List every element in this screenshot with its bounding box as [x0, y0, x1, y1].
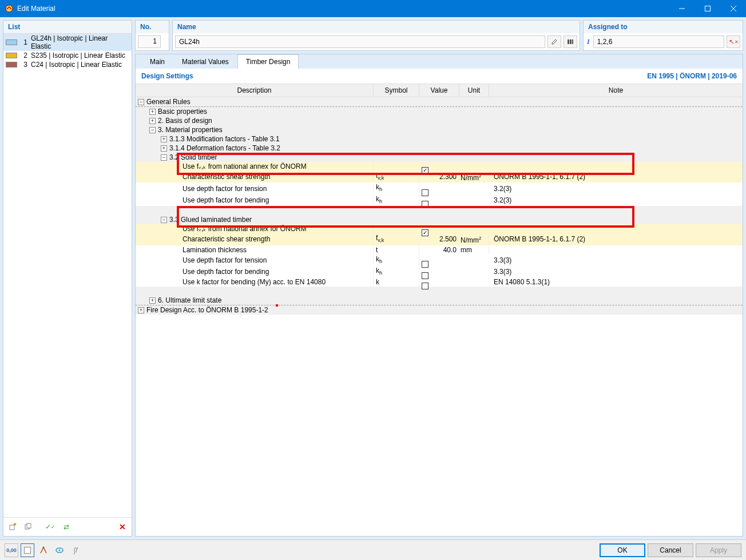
expand-icon[interactable]: +: [149, 118, 156, 124]
list-item[interactable]: 1 GL24h | Isotropic | Linear Elastic: [3, 34, 132, 51]
apply-button[interactable]: Apply: [696, 543, 741, 557]
expand-icon[interactable]: +: [161, 136, 167, 142]
delete-button[interactable]: ✕: [116, 520, 129, 534]
expand-icon[interactable]: +: [161, 145, 167, 152]
copy-item-button[interactable]: [22, 520, 35, 534]
app-icon: [5, 4, 14, 13]
member-button[interactable]: [37, 543, 50, 557]
collapse-icon[interactable]: −: [138, 99, 144, 105]
expand-icon[interactable]: +: [149, 297, 156, 304]
function-button[interactable]: ∫f: [69, 543, 82, 557]
collapse-icon[interactable]: −: [161, 154, 167, 161]
info-button[interactable]: [53, 543, 66, 557]
svg-text:✦: ✦: [13, 523, 17, 527]
list-toolbar: ✦ ✓✓ ⇄ ✕: [3, 517, 132, 536]
close-button[interactable]: [720, 0, 746, 17]
library-button[interactable]: [564, 35, 577, 48]
expand-icon[interactable]: +: [149, 109, 156, 115]
maximize-button[interactable]: [695, 0, 720, 17]
color-button[interactable]: [21, 543, 34, 557]
table-header: Description Symbol Value Unit Note: [136, 84, 743, 97]
member-icon: I: [587, 38, 590, 46]
edit-name-button[interactable]: [547, 35, 561, 48]
svg-point-12: [43, 546, 45, 548]
svg-rect-11: [572, 39, 573, 44]
units-button[interactable]: 0,00: [5, 543, 18, 557]
checkbox[interactable]: [422, 189, 428, 196]
expand-icon[interactable]: +: [138, 307, 144, 313]
svg-rect-10: [570, 39, 572, 44]
svg-rect-8: [27, 523, 31, 528]
check-all-button[interactable]: ✓✓: [43, 520, 57, 534]
swap-button[interactable]: ⇄: [59, 520, 73, 534]
minimize-button[interactable]: [669, 0, 695, 17]
svg-rect-2: [705, 6, 710, 11]
color-swatch: [6, 39, 17, 45]
tabs: Main Material Values Timber Design: [136, 54, 743, 69]
checkbox[interactable]: [422, 272, 428, 279]
list-header: List: [3, 21, 132, 34]
pick-button[interactable]: ↖✕: [727, 35, 740, 48]
collapse-icon[interactable]: −: [161, 217, 167, 223]
svg-point-0: [6, 5, 13, 12]
collapse-icon[interactable]: −: [149, 127, 156, 133]
name-input[interactable]: [175, 35, 545, 48]
tab-main[interactable]: Main: [141, 54, 173, 69]
name-field-block: Name: [172, 20, 580, 51]
property-tree[interactable]: − General Rules + Basic properties + 2. …: [136, 97, 743, 536]
color-swatch: [6, 62, 17, 67]
materials-list[interactable]: 1 GL24h | Isotropic | Linear Elastic 2 S…: [3, 34, 132, 517]
list-item[interactable]: 3 C24 | Isotropic | Linear Elastic: [3, 60, 132, 69]
tab-material-values[interactable]: Material Values: [173, 54, 237, 69]
titlebar: Edit Material: [0, 0, 746, 17]
svg-point-14: [59, 549, 61, 551]
number-field[interactable]: 1: [138, 35, 161, 48]
checkbox[interactable]: [422, 261, 428, 268]
window-title: Edit Material: [17, 5, 669, 13]
assigned-field-block: Assigned to I ↖✕: [583, 20, 743, 51]
checkbox[interactable]: [422, 201, 428, 208]
ok-button[interactable]: OK: [600, 543, 645, 557]
tab-timber-design[interactable]: Timber Design: [237, 54, 299, 69]
materials-list-panel: List 1 GL24h | Isotropic | Linear Elasti…: [3, 20, 132, 537]
details-panel: No. 1 Name Assigned to I ↖✕: [135, 20, 743, 537]
design-standard: EN 1995 | ÖNORM | 2019-06: [647, 72, 737, 80]
checkbox[interactable]: [422, 283, 428, 289]
dialog-footer: 0,00 ∫f OK Cancel Apply: [0, 539, 746, 560]
new-item-button[interactable]: ✦: [6, 520, 19, 534]
color-swatch: [6, 53, 17, 58]
number-field-block: No. 1: [135, 20, 169, 51]
list-item[interactable]: 2 S235 | Isotropic | Linear Elastic: [3, 51, 132, 60]
assigned-input[interactable]: [593, 35, 724, 48]
cancel-button[interactable]: Cancel: [648, 543, 693, 557]
design-settings-title: Design Settings: [141, 72, 193, 80]
svg-rect-9: [568, 39, 569, 44]
